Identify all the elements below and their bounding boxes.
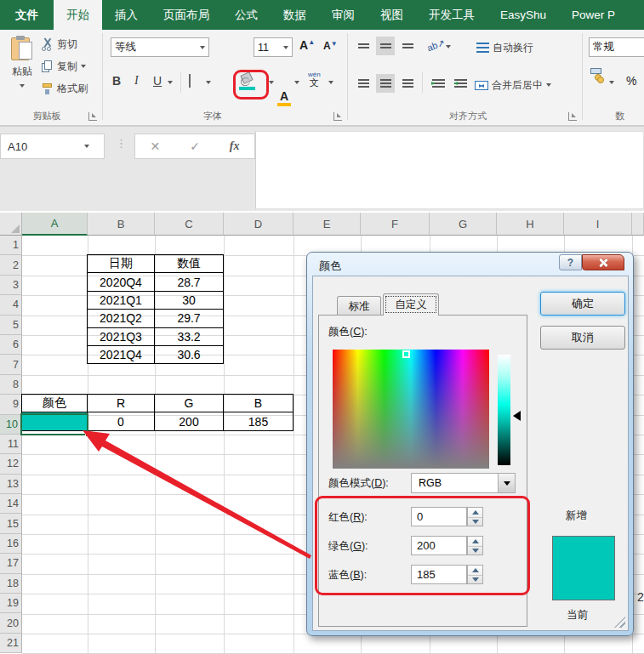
decrease-indent-button[interactable] xyxy=(429,74,447,93)
date-cell[interactable]: 2021Q1 xyxy=(88,291,155,309)
red-input[interactable] xyxy=(411,507,467,526)
fill-color-caret-icon[interactable] xyxy=(269,81,274,84)
insert-function-icon[interactable]: fx xyxy=(230,139,240,153)
column-header-B[interactable]: B xyxy=(88,213,155,236)
r-header-cell[interactable]: R xyxy=(88,395,155,412)
increase-indent-button[interactable] xyxy=(451,74,470,93)
row-header-18[interactable]: 18 xyxy=(0,574,22,594)
borders-caret-icon[interactable] xyxy=(206,81,211,84)
formula-input[interactable] xyxy=(255,131,644,209)
row-header-4[interactable]: 4 xyxy=(0,295,22,315)
help-button[interactable]: ? xyxy=(559,254,582,270)
row-header-6[interactable]: 6 xyxy=(0,335,22,355)
ribbon-tab-7[interactable]: 审阅 xyxy=(319,0,368,30)
align-top-button[interactable] xyxy=(354,37,373,55)
select-all-button[interactable] xyxy=(0,213,22,236)
name-box-caret-icon[interactable] xyxy=(84,145,89,148)
format-painter-button[interactable]: 格式刷 xyxy=(41,79,88,98)
font-size-combo[interactable]: 11 xyxy=(254,37,293,57)
fill-handle[interactable] xyxy=(85,432,90,437)
g-header-cell[interactable]: G xyxy=(155,395,224,412)
column-header-G[interactable]: G xyxy=(430,213,497,236)
value-cell[interactable]: 33.2 xyxy=(155,327,224,345)
column-header-C[interactable]: C xyxy=(155,213,224,236)
italic-button[interactable]: I xyxy=(134,74,139,88)
orientation-caret-icon[interactable] xyxy=(446,45,451,48)
ribbon-tab-3[interactable]: 插入 xyxy=(102,0,151,30)
ribbon-tab-9[interactable]: 开发工具 xyxy=(416,0,487,30)
accounting-caret-icon[interactable] xyxy=(609,81,614,84)
tab-custom[interactable]: 自定义 xyxy=(383,293,439,316)
color-marker-icon[interactable] xyxy=(402,350,410,358)
date-header-cell[interactable]: 日期 xyxy=(88,255,155,273)
align-left-button[interactable] xyxy=(354,74,373,93)
g-value-cell[interactable]: 200 xyxy=(155,412,224,430)
date-cell[interactable]: 2021Q3 xyxy=(88,327,155,345)
row-header-19[interactable]: 19 xyxy=(0,594,22,613)
cancel-button[interactable]: 取消 xyxy=(540,326,625,350)
align-center-button[interactable] xyxy=(376,74,395,93)
blue-input[interactable] xyxy=(411,565,467,584)
tab-standard[interactable]: 标准 xyxy=(337,296,381,315)
enter-entry-icon[interactable]: ✓ xyxy=(190,139,200,153)
merge-center-button[interactable]: 合并后居中 xyxy=(475,76,551,94)
column-header-F[interactable]: F xyxy=(361,213,430,236)
column-header-I[interactable]: I xyxy=(564,213,632,236)
bold-button[interactable]: B xyxy=(112,74,121,88)
green-input[interactable] xyxy=(411,536,467,555)
b-header-cell[interactable]: B xyxy=(224,395,294,412)
color-gradient-field[interactable] xyxy=(333,350,489,469)
spin-up-icon[interactable] xyxy=(468,537,482,546)
ribbon-tab-11[interactable]: Power P xyxy=(559,0,628,30)
borders-button[interactable] xyxy=(189,75,191,87)
luminance-bar[interactable] xyxy=(498,355,510,465)
value-cell[interactable]: 30 xyxy=(155,291,224,309)
green-spinner[interactable] xyxy=(467,536,483,555)
row-header-17[interactable]: 17 xyxy=(0,554,22,573)
close-button[interactable] xyxy=(582,254,624,270)
number-format-combo[interactable]: 常规 xyxy=(589,37,644,57)
underline-caret-icon[interactable] xyxy=(168,81,173,84)
ribbon-tab-8[interactable]: 视图 xyxy=(368,0,416,30)
value-cell[interactable]: 28.7 xyxy=(155,273,224,291)
r-value-cell[interactable]: 0 xyxy=(88,412,155,430)
spin-up-icon[interactable] xyxy=(468,566,482,575)
ribbon-tab-1[interactable]: 文件 xyxy=(0,0,54,30)
value-cell[interactable]: 30.6 xyxy=(155,345,224,363)
column-header-A[interactable]: A xyxy=(22,213,88,236)
ok-button[interactable]: 确定 xyxy=(540,292,625,316)
row-header-8[interactable]: 8 xyxy=(0,375,22,395)
ribbon-tab-5[interactable]: 公式 xyxy=(222,0,271,30)
spin-down-icon[interactable] xyxy=(468,575,482,584)
formula-bar-splitter[interactable]: ⋮ xyxy=(116,137,127,150)
row-header-1[interactable]: 1 xyxy=(0,236,22,255)
align-bottom-button[interactable] xyxy=(398,37,417,55)
color-mode-select[interactable]: RGB xyxy=(411,473,516,493)
font-name-combo[interactable]: 等线 xyxy=(111,37,209,57)
orientation-button[interactable]: ab↗ xyxy=(425,37,447,54)
row-header-5[interactable]: 5 xyxy=(0,316,22,335)
column-header-E[interactable]: E xyxy=(294,213,361,236)
align-right-button[interactable] xyxy=(398,74,417,93)
ribbon-tab-10[interactable]: EasyShu xyxy=(487,0,559,30)
phonetic-button[interactable]: wén 文 xyxy=(308,71,321,88)
fill-color-button[interactable] xyxy=(238,73,257,90)
name-box[interactable] xyxy=(0,134,105,159)
red-spinner[interactable] xyxy=(467,507,483,526)
row-header-20[interactable]: 20 xyxy=(0,613,22,633)
row-header-10[interactable]: 10 xyxy=(0,415,22,435)
font-color-button[interactable]: A xyxy=(277,89,291,106)
selected-cell-border[interactable] xyxy=(20,413,88,435)
phonetic-caret-icon[interactable] xyxy=(328,81,333,84)
spin-up-icon[interactable] xyxy=(468,508,482,517)
decrease-font-button[interactable]: A▼ xyxy=(323,40,338,52)
row-header-15[interactable]: 15 xyxy=(0,514,22,533)
copy-button[interactable]: 复制 xyxy=(41,57,86,76)
row-header-12[interactable]: 12 xyxy=(0,454,22,474)
row-header-21[interactable]: 21 xyxy=(0,634,22,653)
spin-down-icon[interactable] xyxy=(468,517,482,526)
color-mode-dropdown-icon[interactable] xyxy=(498,474,515,492)
alignment-launcher-icon[interactable] xyxy=(568,112,577,121)
blue-spinner[interactable] xyxy=(467,565,483,584)
name-box-input[interactable] xyxy=(1,140,77,153)
